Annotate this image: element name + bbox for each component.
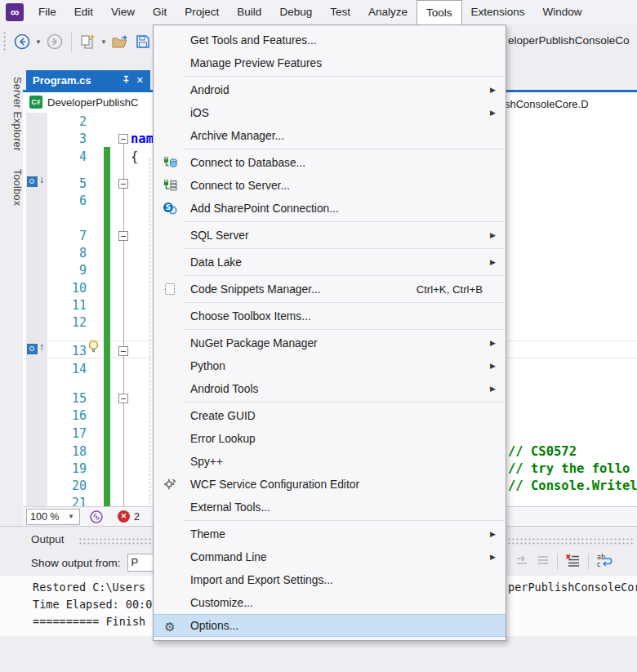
menu-item-choose-toolbox-items[interactable]: Choose Toolbox Items...: [154, 305, 506, 327]
pin-tab-icon[interactable]: [122, 75, 131, 86]
output-line-1: Restored C:\Users: [33, 579, 145, 596]
menu-separator: [183, 275, 504, 276]
word-wrap-icon[interactable]: abc: [596, 554, 613, 570]
menu-item-import-and-export-settings[interactable]: Import and Export Settings...: [154, 568, 506, 591]
menu-item-theme[interactable]: Theme▶: [154, 523, 506, 545]
submenu-arrow-icon: ▶: [490, 530, 496, 538]
menu-item-customize[interactable]: Customize...: [154, 591, 506, 614]
error-count: 2: [134, 511, 140, 523]
menu-item-nuget-package-manager[interactable]: NuGet Package Manager▶: [154, 332, 506, 354]
menu-item-android[interactable]: Android▶: [154, 78, 506, 101]
intellicode-icon[interactable]: [87, 505, 106, 529]
menubar-item-tools[interactable]: Tools: [416, 0, 462, 24]
menu-item-manage-preview-features[interactable]: Manage Preview Features: [154, 51, 506, 74]
open-file-button[interactable]: [109, 29, 132, 54]
message-lines-icon[interactable]: [537, 554, 550, 569]
menu-item-data-lake[interactable]: Data Lake▶: [154, 251, 506, 274]
menu-item-external-tools[interactable]: External Tools...: [154, 496, 506, 518]
gear-icon: ⚙: [162, 619, 178, 634]
code-comment: // Console.Writel: [508, 478, 637, 495]
collapse-region-toggle[interactable]: [118, 231, 128, 241]
menubar-item-file[interactable]: File: [29, 0, 65, 24]
next-message-icon[interactable]: [515, 554, 528, 569]
menu-item-android-tools[interactable]: Android Tools▶: [154, 377, 506, 400]
tool-tab-server-explorer[interactable]: Server Explorer: [0, 70, 23, 151]
gutter-marker-up-icon[interactable]: ↑: [27, 344, 48, 355]
line-number-6: 6: [49, 193, 87, 210]
menu-item-archive-manager[interactable]: Archive Manager...: [154, 124, 506, 147]
output-line-3: ========== Finish: [33, 613, 145, 630]
close-tab-icon[interactable]: ✕: [136, 76, 144, 85]
menu-item-connect-to-database[interactable]: Connect to Database...: [154, 151, 506, 174]
menubar-item-debug[interactable]: Debug: [270, 0, 321, 24]
collapse-region-toggle[interactable]: [118, 394, 128, 403]
tool-tab-toolbox[interactable]: Toolbox: [0, 162, 23, 206]
code-comment: // try the follo: [508, 461, 630, 478]
document-tab-program-cs[interactable]: Program.cs ✕: [26, 70, 150, 90]
menubar-item-project[interactable]: Project: [176, 0, 228, 24]
line-number-14: 14: [49, 361, 87, 378]
collapse-region-toggle[interactable]: [118, 134, 128, 144]
open-folder-icon: [111, 33, 130, 50]
connect-database-icon: [162, 155, 178, 170]
menubar-item-view[interactable]: View: [102, 0, 144, 24]
menu-item-code-snippets-manager[interactable]: Code Snippets Manager...Ctrl+K, Ctrl+B: [154, 278, 506, 300]
document-tab-title: Program.cs: [33, 74, 116, 87]
menubar-item-extensions[interactable]: Extensions: [462, 0, 534, 24]
menu-item-options[interactable]: ⚙Options...: [154, 614, 506, 637]
collapse-region-toggle[interactable]: [118, 346, 128, 356]
menu-item-command-line[interactable]: Command Line▶: [154, 545, 506, 568]
project-dropdown[interactable]: C# DeveloperPublishC: [29, 96, 138, 109]
menu-item-label: Options...: [190, 620, 238, 632]
saved-changes-tracking-bar: [104, 147, 110, 506]
menu-item-label: Data Lake: [190, 256, 242, 269]
menu-item-error-lookup[interactable]: Error Lookup: [154, 427, 506, 450]
clear-all-output-icon[interactable]: [565, 554, 581, 570]
submenu-arrow-icon: ▶: [490, 258, 496, 266]
startup-project-combo[interactable]: eloperPublishConsoleCo: [508, 34, 630, 47]
zoom-level-dropdown[interactable]: 100 % ▼: [26, 509, 80, 525]
menu-item-spy[interactable]: Spy++: [154, 450, 506, 473]
menubar-item-edit[interactable]: Edit: [65, 0, 102, 24]
left-tool-tab-strip: Server ExplorerToolbox: [0, 59, 23, 526]
menu-item-label: Command Line: [190, 551, 267, 563]
menubar-item-build[interactable]: Build: [228, 0, 270, 24]
show-output-from-label: Show output from:: [31, 557, 121, 569]
back-history-dropdown[interactable]: ▼: [33, 38, 43, 46]
error-count-indicator[interactable]: ✕ 2: [118, 510, 140, 523]
menu-separator: [183, 520, 504, 521]
menu-item-connect-to-server[interactable]: Connect to Server...: [154, 174, 506, 197]
menu-item-label: Customize...: [190, 597, 253, 609]
tools-menu-dropdown: Get Tools and Features...Manage Preview …: [153, 24, 506, 641]
line-number-5: 5: [49, 176, 87, 193]
save-button[interactable]: [132, 29, 154, 54]
menubar-item-analyze[interactable]: Analyze: [359, 0, 416, 24]
toolbar-grip-handle[interactable]: [2, 31, 7, 52]
navigate-forward-button[interactable]: [43, 29, 66, 54]
menu-item-sql-server[interactable]: SQL Server▶: [154, 224, 506, 247]
menu-item-wcf-service-configuration-editor[interactable]: WCF Service Configuration Editor: [154, 473, 506, 496]
new-item-dropdown[interactable]: ▼: [99, 38, 109, 46]
menu-item-python[interactable]: Python▶: [154, 354, 506, 377]
menu-item-label: Add SharePoint Connection...: [190, 202, 339, 215]
new-item-button[interactable]: [77, 29, 99, 54]
gutter-marker-down-icon[interactable]: ↓: [27, 176, 48, 188]
menubar-item-window[interactable]: Window: [534, 0, 591, 24]
menu-item-ios[interactable]: iOS▶: [154, 101, 506, 124]
output-panel-title: Output: [31, 533, 65, 545]
line-number-19: 19: [49, 461, 87, 478]
collapse-region-toggle[interactable]: [118, 179, 128, 189]
menu-item-label: iOS: [190, 107, 209, 119]
menubar-item-test[interactable]: Test: [321, 0, 359, 24]
menu-item-label: Choose Toolbox Items...: [190, 310, 311, 323]
menu-item-get-tools-and-features[interactable]: Get Tools and Features...: [154, 29, 506, 51]
quick-actions-lightbulb-icon[interactable]: [87, 340, 100, 357]
menu-item-create-guid[interactable]: Create GUID: [154, 404, 506, 427]
menu-item-label: Get Tools and Features...: [190, 34, 317, 47]
submenu-arrow-icon: ▶: [490, 231, 496, 239]
menu-item-add-sharepoint-connection[interactable]: SAdd SharePoint Connection...: [154, 197, 506, 220]
type-dropdown[interactable]: shConsoleCore.D: [505, 98, 589, 110]
menubar-item-git[interactable]: Git: [144, 0, 176, 24]
forward-arrow-icon: [46, 33, 64, 51]
navigate-back-button[interactable]: [11, 29, 33, 54]
